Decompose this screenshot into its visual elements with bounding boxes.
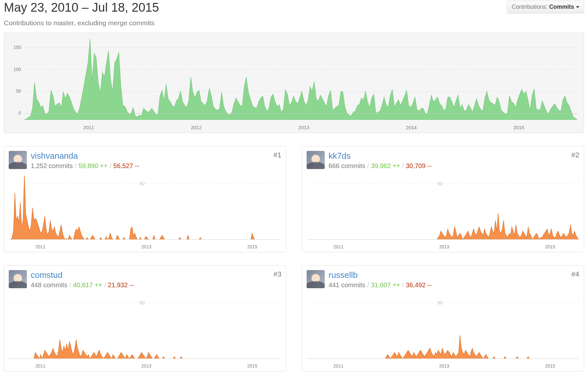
contributor-card: russellb441 commits/31,607 ++/36,492 --#…: [302, 265, 584, 371]
subtitle: Contributions to master, excluding merge…: [4, 19, 584, 27]
x-axis-tick: 2015: [247, 363, 257, 369]
x-axis-tick: 2011: [333, 244, 343, 249]
rank-badge: #2: [572, 151, 579, 159]
avatar[interactable]: [9, 270, 27, 288]
commit-count: 441 commits: [329, 281, 365, 289]
x-axis-tick: 2011: [83, 125, 94, 130]
commit-count: 448 commits: [31, 281, 67, 289]
y-axis-tick: 50: [10, 88, 21, 94]
commit-count: 666 commits: [329, 162, 365, 169]
username-link[interactable]: vishvananda: [31, 151, 78, 161]
avatar[interactable]: [307, 151, 325, 169]
contributions-selector-value: Commits: [549, 4, 574, 10]
x-axis-tick: 2014: [406, 125, 417, 130]
deletions: 21,932 --: [108, 281, 134, 289]
contributions-selector-label: Contributions:: [512, 4, 549, 10]
avatar[interactable]: [307, 270, 325, 288]
x-axis-tick: 2015: [545, 363, 555, 369]
contributor-mini-chart[interactable]: 50201120132015: [9, 176, 281, 249]
contributor-stats: 441 commits/31,607 ++/36,492 --: [329, 281, 568, 289]
deletions: 36,492 --: [406, 281, 432, 289]
x-axis-tick: 2011: [36, 244, 46, 249]
additions: 59,890 ++: [79, 162, 108, 169]
rank-badge: #3: [274, 270, 281, 278]
additions: 39,962 ++: [371, 162, 400, 169]
contributor-card: vishvananda1,252 commits/59,890 ++/56,52…: [4, 146, 286, 252]
contributions-overview-chart[interactable]: 05010015020112012201320142015: [4, 33, 584, 133]
date-range-title: May 23, 2010 – Jul 18, 2015: [4, 1, 159, 15]
deletions: 56,527 --: [113, 162, 139, 169]
rank-badge: #4: [572, 270, 579, 278]
username-link[interactable]: comstud: [31, 270, 62, 280]
x-axis-tick: 2011: [333, 363, 343, 369]
x-axis-tick: 2015: [247, 244, 257, 249]
chevron-down-icon: [576, 6, 579, 8]
x-axis-tick: 2013: [439, 244, 449, 249]
username-link[interactable]: kk7ds: [329, 151, 351, 161]
contributor-mini-chart[interactable]: 50201120132015: [9, 295, 281, 369]
x-axis-tick: 2013: [439, 363, 449, 369]
contributor-card: comstud448 commits/40,617 ++/21,932 --#3…: [4, 265, 286, 371]
contributor-mini-chart[interactable]: 50201120132015: [307, 295, 579, 369]
contributor-stats: 666 commits/39,962 ++/30,709 --: [329, 162, 568, 170]
contributor-mini-chart[interactable]: 50201120132015: [307, 176, 579, 249]
y-axis-tick: 150: [10, 45, 21, 50]
rank-badge: #1: [274, 151, 281, 159]
x-axis-tick: 2015: [545, 244, 555, 249]
commit-count: 1,252 commits: [31, 162, 73, 169]
x-axis-tick: 2012: [191, 125, 201, 130]
x-axis-tick: 2013: [141, 244, 151, 249]
avatar[interactable]: [9, 151, 27, 169]
x-axis-tick: 2013: [141, 363, 151, 369]
additions: 40,617 ++: [73, 281, 102, 289]
additions: 31,607 ++: [371, 281, 400, 289]
contributor-stats: 448 commits/40,617 ++/21,932 --: [31, 281, 270, 289]
y-axis-tick: 100: [10, 67, 21, 72]
contributions-selector[interactable]: Contributions: Commits: [507, 1, 584, 13]
contributor-card: kk7ds666 commits/39,962 ++/30,709 --#250…: [302, 146, 584, 252]
x-axis-tick: 2011: [36, 363, 46, 369]
x-axis-tick: 2013: [299, 125, 309, 130]
x-axis-tick: 2015: [513, 125, 524, 130]
contributor-stats: 1,252 commits/59,890 ++/56,527 --: [31, 162, 270, 170]
username-link[interactable]: russellb: [329, 270, 358, 280]
deletions: 30,709 --: [406, 162, 432, 169]
y-axis-tick: 0: [10, 110, 21, 116]
